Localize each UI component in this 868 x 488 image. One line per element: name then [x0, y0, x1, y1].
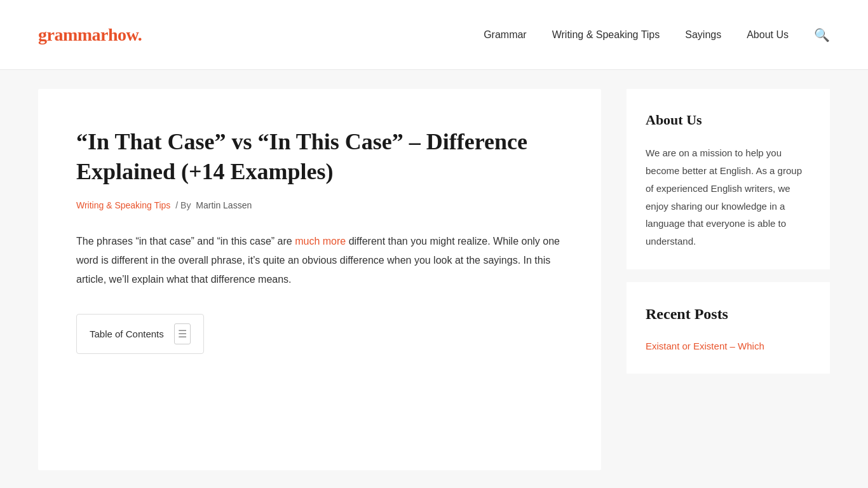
table-of-contents-box[interactable]: Table of Contents ☰	[76, 314, 204, 354]
body-text-part1: The phrases “in that case” and “in this …	[76, 236, 295, 247]
sidebar-about-title: About Us	[646, 108, 811, 132]
article-title: “In That Case” vs “In This Case” – Diffe…	[76, 127, 563, 187]
main-article: “In That Case” vs “In This Case” – Diffe…	[38, 89, 601, 470]
toc-toggle-icon[interactable]: ☰	[174, 323, 191, 344]
article-meta: Writing & Speaking Tips / By Martin Lass…	[76, 198, 563, 214]
nav-writing-speaking-tips[interactable]: Writing & Speaking Tips	[552, 26, 660, 43]
article-category-link[interactable]: Writing & Speaking Tips	[76, 200, 170, 210]
body-highlight-link[interactable]: much more	[295, 236, 346, 247]
sidebar-recent-posts-title: Recent Posts	[646, 301, 811, 327]
meta-separator: / By	[175, 200, 191, 210]
nav-sayings[interactable]: Sayings	[685, 26, 721, 43]
nav-about-us[interactable]: About Us	[747, 26, 789, 43]
sidebar-recent-post-link[interactable]: Existant or Existent – Which	[646, 341, 764, 351]
search-button[interactable]: 🔍	[814, 27, 830, 43]
site-logo[interactable]: grammarhow.	[38, 20, 142, 50]
search-icon: 🔍	[814, 28, 830, 42]
nav-grammar[interactable]: Grammar	[484, 26, 527, 43]
sidebar-about-text: We are on a mission to help you become b…	[646, 144, 811, 250]
sidebar-about-section: About Us We are on a mission to help you…	[627, 89, 830, 269]
toc-label: Table of Contents	[90, 326, 164, 342]
main-nav: Grammar Writing & Speaking Tips Sayings …	[484, 26, 830, 43]
page-wrapper: “In That Case” vs “In This Case” – Diffe…	[0, 70, 868, 488]
content-layout: “In That Case” vs “In This Case” – Diffe…	[38, 89, 830, 470]
site-header: grammarhow. Grammar Writing & Speaking T…	[0, 0, 868, 70]
sidebar-recent-posts-section: Recent Posts Existant or Existent – Whic…	[627, 282, 830, 374]
article-body: The phrases “in that case” and “in this …	[76, 232, 563, 288]
article-author: Martin Lassen	[196, 200, 252, 210]
sidebar: About Us We are on a mission to help you…	[627, 89, 830, 470]
